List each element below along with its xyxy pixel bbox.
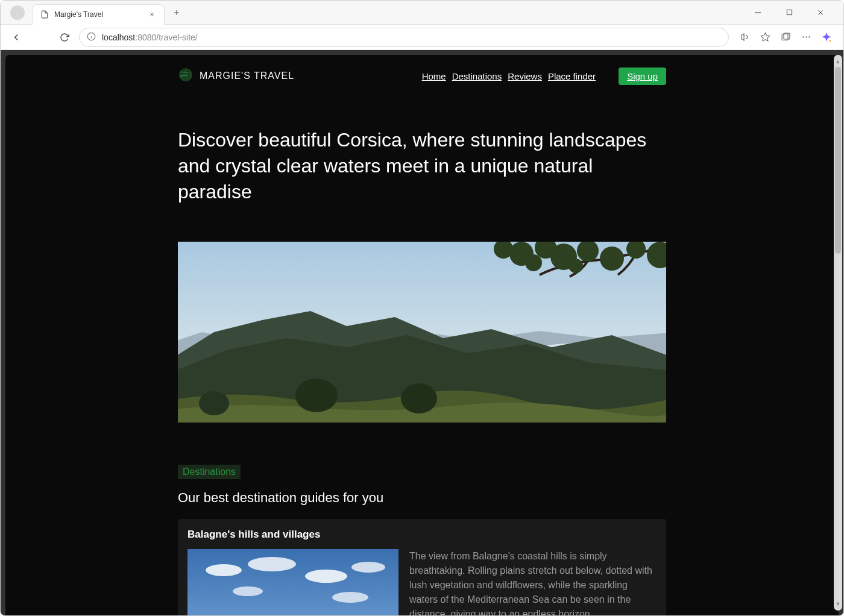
read-aloud-icon[interactable]	[738, 31, 751, 43]
section-title: Our best destination guides for you	[178, 490, 666, 506]
nav-destinations[interactable]: Destinations	[452, 71, 502, 81]
page: MARGIE'S TRAVEL Home Destinations Review…	[5, 55, 839, 615]
svg-point-38	[305, 570, 347, 583]
svg-point-15	[805, 36, 807, 37]
brand-name: MARGIE'S TRAVEL	[200, 71, 294, 81]
destination-card[interactable]: Balagne's hills and villages	[178, 519, 666, 615]
svg-point-37	[248, 557, 296, 571]
minimize-button[interactable]	[747, 4, 769, 21]
toolbar-right	[734, 31, 837, 43]
nav-place-finder[interactable]: Place finder	[548, 71, 596, 81]
svg-point-31	[568, 259, 583, 273]
back-button[interactable]	[7, 28, 26, 47]
card-body: The view from Balagne's coastal hills is…	[187, 549, 657, 615]
site-header: MARGIE'S TRAVEL Home Destinations Review…	[178, 67, 666, 85]
svg-point-41	[332, 592, 368, 603]
svg-point-33	[401, 383, 437, 413]
svg-point-14	[802, 36, 804, 37]
globe-icon	[178, 67, 194, 85]
copilot-icon[interactable]	[820, 31, 833, 43]
svg-point-30	[525, 254, 542, 271]
svg-point-36	[206, 564, 242, 576]
content-viewport[interactable]: MARGIE'S TRAVEL Home Destinations Review…	[1, 50, 843, 615]
site-nav: Home Destinations Reviews Place finder S…	[422, 68, 666, 85]
favorites-icon[interactable]	[759, 31, 771, 43]
new-tab-button[interactable]	[168, 4, 185, 21]
tab-title: Margie's Travel	[54, 10, 103, 19]
browser-window: Margie's Travel	[0, 0, 844, 616]
maximize-button[interactable]	[778, 4, 800, 21]
svg-point-39	[351, 562, 385, 573]
more-icon[interactable]	[800, 31, 812, 43]
svg-point-40	[233, 586, 263, 596]
address-bar[interactable]: localhost:8080/travel-site/	[79, 28, 729, 47]
profile-avatar[interactable]	[10, 5, 25, 20]
scrollbar[interactable]: ▲ ▼	[834, 55, 842, 611]
site-info-icon[interactable]	[87, 32, 96, 43]
scroll-thumb[interactable]	[835, 67, 841, 254]
svg-point-18	[179, 68, 192, 81]
svg-rect-5	[787, 10, 792, 14]
window-controls	[747, 4, 839, 21]
svg-marker-11	[761, 33, 769, 40]
refresh-button[interactable]	[55, 28, 74, 47]
section-tag: Destinations	[178, 465, 241, 479]
url-text: localhost:8080/travel-site/	[102, 33, 198, 42]
svg-point-16	[808, 36, 810, 37]
collections-icon[interactable]	[779, 31, 792, 43]
svg-rect-35	[187, 549, 398, 615]
close-tab-icon[interactable]	[147, 10, 157, 19]
svg-point-34	[199, 391, 229, 415]
nav-home[interactable]: Home	[422, 71, 446, 81]
titlebar: Margie's Travel	[1, 1, 843, 25]
scroll-up-icon[interactable]: ▲	[836, 57, 841, 66]
close-window-button[interactable]	[810, 4, 831, 21]
page-icon	[40, 10, 49, 19]
svg-point-32	[295, 379, 338, 412]
logo[interactable]: MARGIE'S TRAVEL	[178, 67, 294, 85]
card-text: The view from Balagne's coastal hills is…	[409, 549, 657, 615]
toolbar: localhost:8080/travel-site/	[1, 25, 843, 50]
card-title: Balagne's hills and villages	[187, 529, 657, 541]
svg-point-17	[829, 40, 831, 42]
svg-point-26	[600, 247, 624, 271]
signup-button[interactable]: Sign up	[619, 68, 666, 85]
scroll-down-icon[interactable]: ▼	[836, 600, 841, 608]
hero-image	[178, 242, 666, 423]
browser-tab[interactable]: Margie's Travel	[32, 4, 165, 25]
hero-title: Discover beautiful Corsica, where stunni…	[178, 127, 666, 206]
card-image	[187, 549, 398, 615]
nav-reviews[interactable]: Reviews	[508, 71, 542, 81]
